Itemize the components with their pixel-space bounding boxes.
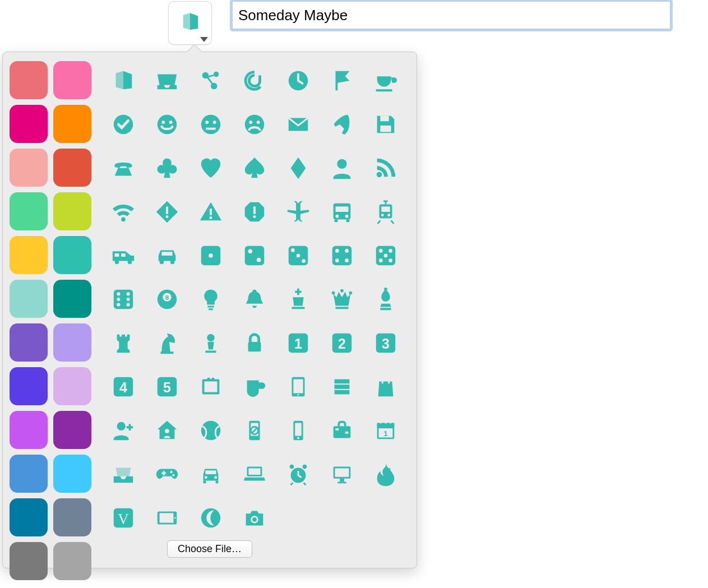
chess-queen-icon[interactable] <box>321 279 363 320</box>
mug-icon[interactable] <box>234 366 275 408</box>
inbox-tray-icon[interactable] <box>103 453 144 495</box>
car-front-icon[interactable] <box>190 453 232 495</box>
color-swatch[interactable] <box>53 105 91 143</box>
moon-icon[interactable] <box>190 497 232 539</box>
number-3-icon[interactable] <box>365 322 406 364</box>
color-swatch[interactable] <box>53 236 91 274</box>
color-swatch[interactable] <box>53 411 91 449</box>
color-swatch[interactable] <box>53 149 91 187</box>
color-swatch[interactable] <box>10 236 48 274</box>
chess-king-icon[interactable] <box>277 279 319 320</box>
die-1-icon[interactable] <box>190 235 232 276</box>
number-5-icon[interactable] <box>146 366 188 408</box>
desktop-monitor-icon[interactable] <box>321 453 363 495</box>
flag-icon[interactable] <box>321 60 363 101</box>
number-4-icon[interactable] <box>103 366 144 408</box>
chess-pawn-icon[interactable] <box>190 322 232 364</box>
die-3-icon[interactable] <box>277 235 319 276</box>
lightbulb-icon[interactable] <box>190 279 232 320</box>
warning-triangle-icon[interactable] <box>190 191 232 233</box>
choose-file-button[interactable]: Choose File… <box>167 540 252 558</box>
icon-picker-trigger[interactable] <box>168 1 212 45</box>
chess-rook-icon[interactable] <box>103 322 144 364</box>
tablet-landscape-icon[interactable] <box>146 497 188 539</box>
color-swatch[interactable] <box>53 455 91 493</box>
warning-octagon-icon[interactable] <box>234 191 275 233</box>
die-2-icon[interactable] <box>234 235 275 276</box>
color-swatch[interactable] <box>10 149 48 187</box>
alarm-clock-icon[interactable] <box>277 453 319 495</box>
neutral-face-icon[interactable] <box>190 104 232 145</box>
no-phone-icon[interactable] <box>234 410 275 451</box>
shopping-bag-icon[interactable] <box>365 366 406 408</box>
clock-icon[interactable] <box>277 60 319 101</box>
box-3d-icon[interactable] <box>103 60 144 101</box>
tablet-portrait-icon[interactable] <box>277 366 319 408</box>
bus-icon[interactable] <box>321 191 363 233</box>
phone-handset-icon[interactable] <box>321 104 363 145</box>
color-swatch[interactable] <box>53 542 91 580</box>
sad-face-icon[interactable] <box>234 104 275 145</box>
laptop-icon[interactable] <box>234 453 275 495</box>
add-user-icon[interactable] <box>103 410 144 451</box>
bell-icon[interactable] <box>234 279 275 320</box>
color-swatch[interactable] <box>10 455 48 493</box>
game-controller-icon[interactable] <box>146 453 188 495</box>
color-swatch[interactable] <box>10 105 48 143</box>
calendar-icon[interactable] <box>365 410 406 451</box>
color-swatch[interactable] <box>53 323 91 362</box>
color-swatch[interactable] <box>53 61 91 99</box>
inbox-icon[interactable] <box>146 60 188 101</box>
briefcase-icon[interactable] <box>321 410 363 451</box>
coffee-cup-icon[interactable] <box>365 60 406 101</box>
club-suit-icon[interactable] <box>146 147 188 189</box>
color-swatch[interactable] <box>10 192 48 230</box>
smile-icon[interactable] <box>146 104 188 145</box>
warning-diamond-icon[interactable] <box>146 191 188 233</box>
rss-icon[interactable] <box>365 147 406 189</box>
smartphone-icon[interactable] <box>277 410 319 451</box>
letter-v-icon[interactable] <box>103 497 144 539</box>
chess-knight-icon[interactable] <box>146 322 188 364</box>
die-5-icon[interactable] <box>365 235 406 276</box>
color-swatch[interactable] <box>10 280 48 318</box>
user-icon[interactable] <box>321 147 363 189</box>
color-swatch[interactable] <box>10 498 48 536</box>
van-icon[interactable] <box>103 235 144 276</box>
color-swatch[interactable] <box>10 61 48 99</box>
mail-icon[interactable] <box>277 104 319 145</box>
telephone-icon[interactable] <box>103 147 144 189</box>
heart-suit-icon[interactable] <box>190 147 232 189</box>
color-swatch[interactable] <box>10 323 48 362</box>
color-swatch[interactable] <box>53 192 91 230</box>
share-nodes-icon[interactable] <box>190 60 232 101</box>
eight-ball-icon[interactable] <box>146 279 188 320</box>
chess-bishop-icon[interactable] <box>365 279 406 320</box>
pinboard-icon[interactable] <box>190 366 232 408</box>
color-swatch[interactable] <box>10 542 48 580</box>
color-swatch[interactable] <box>53 367 91 405</box>
number-2-icon[interactable] <box>321 322 363 364</box>
home-person-icon[interactable] <box>146 410 188 451</box>
color-swatch[interactable] <box>53 498 91 536</box>
fire-icon[interactable] <box>365 453 406 495</box>
name-input[interactable] <box>232 1 670 29</box>
camera-icon[interactable] <box>234 497 275 539</box>
padlock-icon[interactable] <box>234 322 275 364</box>
floppy-disk-icon[interactable] <box>365 104 406 145</box>
tennis-ball-icon[interactable] <box>190 410 232 451</box>
die-6-icon[interactable] <box>103 279 144 320</box>
die-4-icon[interactable] <box>321 235 363 276</box>
tram-icon[interactable] <box>365 191 406 233</box>
airplane-icon[interactable] <box>277 191 319 233</box>
number-1-icon[interactable] <box>277 322 319 364</box>
stacked-trays-icon[interactable] <box>321 366 363 408</box>
spade-suit-icon[interactable] <box>234 147 275 189</box>
color-swatch[interactable] <box>53 280 91 318</box>
at-sign-icon[interactable] <box>234 60 275 101</box>
color-swatch[interactable] <box>10 411 48 449</box>
wifi-icon[interactable] <box>103 191 144 233</box>
diamond-suit-icon[interactable] <box>277 147 319 189</box>
check-circle-icon[interactable] <box>103 104 144 145</box>
color-swatch[interactable] <box>10 367 48 405</box>
